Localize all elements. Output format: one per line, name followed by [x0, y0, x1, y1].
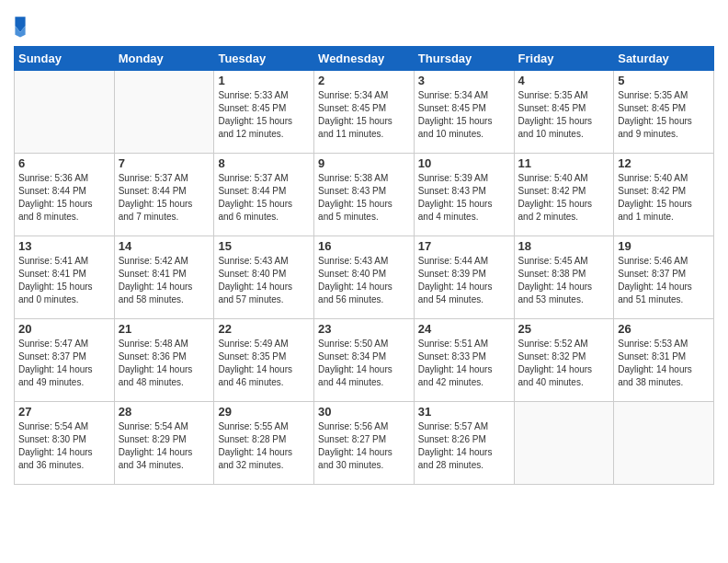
calendar-cell: 19Sunrise: 5:46 AM Sunset: 8:37 PM Dayli… [614, 236, 714, 319]
day-number: 7 [119, 156, 210, 170]
calendar-cell: 28Sunrise: 5:54 AM Sunset: 8:29 PM Dayli… [114, 402, 214, 485]
day-detail: Sunrise: 5:36 AM Sunset: 8:44 PM Dayligh… [18, 172, 110, 224]
day-detail: Sunrise: 5:40 AM Sunset: 8:42 PM Dayligh… [618, 172, 710, 224]
day-number: 15 [218, 239, 310, 253]
day-detail: Sunrise: 5:56 AM Sunset: 8:27 PM Dayligh… [318, 420, 410, 472]
calendar-week-1: 1Sunrise: 5:33 AM Sunset: 8:45 PM Daylig… [15, 71, 714, 154]
calendar-cell: 17Sunrise: 5:44 AM Sunset: 8:39 PM Dayli… [414, 236, 514, 319]
day-detail: Sunrise: 5:44 AM Sunset: 8:39 PM Dayligh… [418, 255, 510, 306]
day-number: 19 [618, 239, 710, 253]
calendar-header-friday: Friday [514, 47, 614, 71]
day-number: 29 [218, 405, 310, 419]
day-number: 26 [618, 322, 710, 336]
calendar-cell: 5Sunrise: 5:35 AM Sunset: 8:45 PM Daylig… [614, 71, 714, 154]
day-detail: Sunrise: 5:34 AM Sunset: 8:45 PM Dayligh… [318, 89, 410, 141]
calendar-cell: 14Sunrise: 5:42 AM Sunset: 8:41 PM Dayli… [114, 236, 214, 319]
calendar-cell: 15Sunrise: 5:43 AM Sunset: 8:40 PM Dayli… [214, 236, 314, 319]
day-number: 17 [418, 239, 510, 253]
calendar: SundayMondayTuesdayWednesdayThursdayFrid… [14, 46, 714, 485]
calendar-cell: 7Sunrise: 5:37 AM Sunset: 8:44 PM Daylig… [114, 154, 214, 236]
calendar-cell: 1Sunrise: 5:33 AM Sunset: 8:45 PM Daylig… [214, 71, 314, 154]
day-detail: Sunrise: 5:50 AM Sunset: 8:34 PM Dayligh… [318, 338, 410, 389]
day-detail: Sunrise: 5:42 AM Sunset: 8:41 PM Dayligh… [119, 255, 210, 306]
day-number: 23 [318, 322, 410, 336]
day-number: 20 [18, 322, 110, 336]
calendar-cell: 12Sunrise: 5:40 AM Sunset: 8:42 PM Dayli… [614, 154, 714, 236]
day-number: 3 [418, 74, 510, 87]
calendar-cell: 24Sunrise: 5:51 AM Sunset: 8:33 PM Dayli… [414, 319, 514, 402]
calendar-cell [614, 402, 714, 485]
calendar-cell [514, 402, 614, 485]
header [14, 9, 714, 39]
day-detail: Sunrise: 5:37 AM Sunset: 8:44 PM Dayligh… [119, 172, 210, 224]
day-detail: Sunrise: 5:34 AM Sunset: 8:45 PM Dayligh… [418, 89, 510, 141]
day-number: 14 [119, 239, 210, 253]
day-detail: Sunrise: 5:54 AM Sunset: 8:29 PM Dayligh… [119, 420, 210, 472]
day-detail: Sunrise: 5:33 AM Sunset: 8:45 PM Dayligh… [218, 89, 310, 141]
day-detail: Sunrise: 5:49 AM Sunset: 8:35 PM Dayligh… [218, 338, 310, 389]
day-detail: Sunrise: 5:38 AM Sunset: 8:43 PM Dayligh… [318, 172, 410, 224]
calendar-header-row: SundayMondayTuesdayWednesdayThursdayFrid… [15, 47, 714, 71]
calendar-cell: 30Sunrise: 5:56 AM Sunset: 8:27 PM Dayli… [314, 402, 415, 485]
day-number: 8 [218, 156, 310, 170]
day-detail: Sunrise: 5:45 AM Sunset: 8:38 PM Dayligh… [518, 255, 610, 306]
day-detail: Sunrise: 5:51 AM Sunset: 8:33 PM Dayligh… [418, 338, 510, 389]
calendar-cell: 23Sunrise: 5:50 AM Sunset: 8:34 PM Dayli… [314, 319, 415, 402]
calendar-cell: 6Sunrise: 5:36 AM Sunset: 8:44 PM Daylig… [15, 154, 115, 236]
day-number: 16 [318, 239, 410, 253]
day-number: 2 [318, 74, 410, 87]
calendar-header-tuesday: Tuesday [214, 47, 314, 71]
calendar-cell [114, 71, 214, 154]
day-detail: Sunrise: 5:55 AM Sunset: 8:28 PM Dayligh… [218, 420, 310, 472]
calendar-cell: 26Sunrise: 5:53 AM Sunset: 8:31 PM Dayli… [614, 319, 714, 402]
calendar-week-2: 6Sunrise: 5:36 AM Sunset: 8:44 PM Daylig… [15, 154, 714, 236]
day-number: 30 [318, 405, 410, 419]
day-number: 9 [318, 156, 410, 170]
day-number: 10 [418, 156, 510, 170]
calendar-cell: 11Sunrise: 5:40 AM Sunset: 8:42 PM Dayli… [514, 154, 614, 236]
calendar-cell: 25Sunrise: 5:52 AM Sunset: 8:32 PM Dayli… [514, 319, 614, 402]
calendar-cell: 21Sunrise: 5:48 AM Sunset: 8:36 PM Dayli… [114, 319, 214, 402]
calendar-week-3: 13Sunrise: 5:41 AM Sunset: 8:41 PM Dayli… [15, 236, 714, 319]
calendar-week-4: 20Sunrise: 5:47 AM Sunset: 8:37 PM Dayli… [15, 319, 714, 402]
calendar-header-sunday: Sunday [15, 47, 115, 71]
calendar-cell: 22Sunrise: 5:49 AM Sunset: 8:35 PM Dayli… [214, 319, 314, 402]
day-detail: Sunrise: 5:40 AM Sunset: 8:42 PM Dayligh… [518, 172, 610, 224]
day-detail: Sunrise: 5:57 AM Sunset: 8:26 PM Dayligh… [418, 420, 510, 472]
day-detail: Sunrise: 5:35 AM Sunset: 8:45 PM Dayligh… [518, 89, 610, 141]
page: SundayMondayTuesdayWednesdayThursdayFrid… [0, 0, 728, 563]
day-number: 5 [618, 74, 710, 87]
calendar-cell: 9Sunrise: 5:38 AM Sunset: 8:43 PM Daylig… [314, 154, 415, 236]
day-number: 13 [18, 239, 110, 253]
day-detail: Sunrise: 5:48 AM Sunset: 8:36 PM Dayligh… [119, 338, 210, 389]
day-detail: Sunrise: 5:43 AM Sunset: 8:40 PM Dayligh… [318, 255, 410, 306]
calendar-cell: 29Sunrise: 5:55 AM Sunset: 8:28 PM Dayli… [214, 402, 314, 485]
day-number: 31 [418, 405, 510, 419]
day-detail: Sunrise: 5:47 AM Sunset: 8:37 PM Dayligh… [18, 338, 110, 389]
calendar-cell: 8Sunrise: 5:37 AM Sunset: 8:44 PM Daylig… [214, 154, 314, 236]
day-number: 18 [518, 239, 610, 253]
calendar-cell: 16Sunrise: 5:43 AM Sunset: 8:40 PM Dayli… [314, 236, 415, 319]
calendar-cell: 20Sunrise: 5:47 AM Sunset: 8:37 PM Dayli… [15, 319, 115, 402]
day-number: 27 [18, 405, 110, 419]
calendar-cell: 3Sunrise: 5:34 AM Sunset: 8:45 PM Daylig… [414, 71, 514, 154]
calendar-header-thursday: Thursday [414, 47, 514, 71]
day-detail: Sunrise: 5:46 AM Sunset: 8:37 PM Dayligh… [618, 255, 710, 306]
day-detail: Sunrise: 5:39 AM Sunset: 8:43 PM Dayligh… [418, 172, 510, 224]
calendar-header-saturday: Saturday [614, 47, 714, 71]
day-detail: Sunrise: 5:52 AM Sunset: 8:32 PM Dayligh… [518, 338, 610, 389]
calendar-cell: 2Sunrise: 5:34 AM Sunset: 8:45 PM Daylig… [314, 71, 415, 154]
day-number: 24 [418, 322, 510, 336]
day-number: 22 [218, 322, 310, 336]
day-detail: Sunrise: 5:53 AM Sunset: 8:31 PM Dayligh… [618, 338, 710, 389]
day-detail: Sunrise: 5:41 AM Sunset: 8:41 PM Dayligh… [18, 255, 110, 306]
calendar-cell: 27Sunrise: 5:54 AM Sunset: 8:30 PM Dayli… [15, 402, 115, 485]
day-number: 4 [518, 74, 610, 87]
day-number: 25 [518, 322, 610, 336]
day-detail: Sunrise: 5:54 AM Sunset: 8:30 PM Dayligh… [18, 420, 110, 472]
day-number: 28 [119, 405, 210, 419]
calendar-cell: 4Sunrise: 5:35 AM Sunset: 8:45 PM Daylig… [514, 71, 614, 154]
day-number: 1 [218, 74, 310, 87]
calendar-week-5: 27Sunrise: 5:54 AM Sunset: 8:30 PM Dayli… [15, 402, 714, 485]
calendar-cell [15, 71, 115, 154]
